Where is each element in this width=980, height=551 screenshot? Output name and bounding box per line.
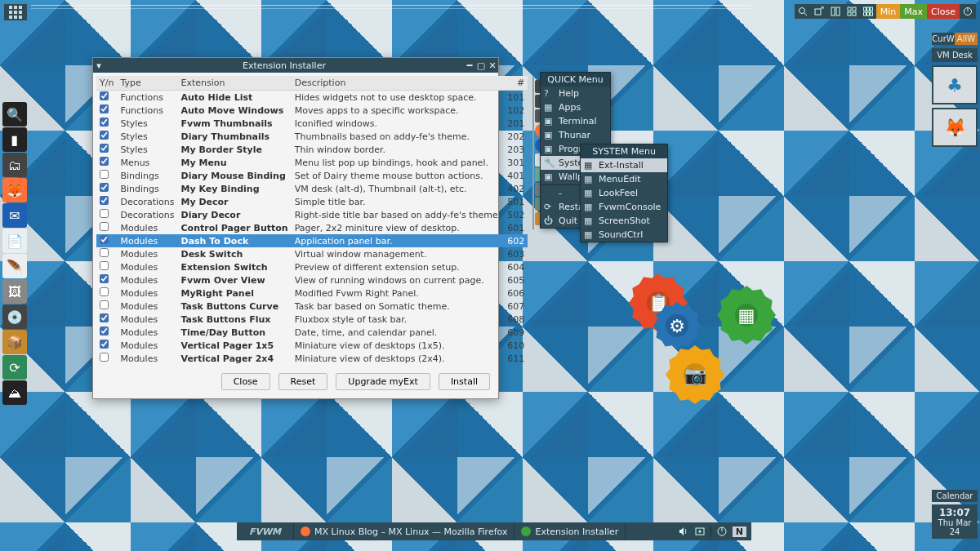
maximize-button[interactable]: Max	[900, 4, 927, 19]
notifications-icon[interactable]	[694, 526, 706, 537]
col-num[interactable]: #	[504, 76, 528, 91]
maximize-icon[interactable]: ▢	[475, 60, 487, 71]
menu-item-soundctrl[interactable]: ▦SoundCtrl	[581, 228, 667, 242]
table-row[interactable]: StylesDiary ThumbnailsThumbnails based o…	[96, 130, 528, 143]
table-row[interactable]: ModulesFvwm Over ViewView of running win…	[96, 273, 528, 287]
table-row[interactable]: FunctionsAuto Move WindowsMoves apps to …	[96, 104, 528, 117]
power-icon[interactable]	[716, 526, 728, 537]
enable-checkbox[interactable]	[100, 222, 109, 231]
pager-cell-1[interactable]: ♣	[932, 65, 978, 104]
table-row[interactable]: StylesMy Border StyleThin window border.…	[96, 143, 528, 156]
table-row[interactable]: BindingsMy Key BindingVM desk (alt-d), T…	[96, 182, 528, 195]
table-row[interactable]: ModulesVertical Pager 1x5Miniature view …	[96, 339, 528, 352]
task-extension-installer[interactable]: Extension Installer	[514, 522, 626, 540]
fvwm-logo[interactable]: FVWM	[237, 522, 294, 540]
enable-checkbox[interactable]	[100, 300, 109, 309]
window-menu-icon[interactable]: ▾	[93, 60, 105, 71]
menu-item-thunar[interactable]: ▣Thunar	[541, 128, 610, 142]
grid-2x2-icon[interactable]	[844, 4, 860, 19]
gear-green-icon[interactable]: ▦	[717, 286, 776, 344]
close-button[interactable]: Close	[221, 373, 270, 390]
file-manager-icon[interactable]: 🗂	[2, 153, 27, 177]
volume-icon[interactable]	[678, 526, 689, 537]
enable-checkbox[interactable]	[100, 274, 109, 283]
enable-checkbox[interactable]	[100, 118, 109, 127]
table-row[interactable]: BindingsDiary Mouse BindingSet of Dairy …	[96, 169, 528, 182]
table-row[interactable]: DecorationsDiary DecorRight-side title b…	[96, 208, 528, 221]
clock-widget[interactable]: 13:07 Thu Mar 24	[932, 504, 978, 539]
power-icon[interactable]	[960, 4, 976, 19]
table-row[interactable]: ModulesVertical Pager 2x4Miniature view …	[96, 352, 528, 365]
move-to-desktop-icon[interactable]	[811, 4, 827, 19]
table-row[interactable]: ModulesDash To DockApplication panel bar…	[96, 234, 528, 247]
enable-checkbox[interactable]	[100, 104, 109, 113]
snapshot-icon[interactable]: 💿	[2, 304, 27, 329]
pager-cell-2[interactable]: 🦊	[932, 108, 978, 147]
reset-button[interactable]: Reset	[278, 373, 328, 390]
table-row[interactable]: MenusMy MenuMenu list pop up bindings, h…	[96, 156, 528, 169]
col-desc[interactable]: Description	[292, 76, 505, 91]
col-ext[interactable]: Extension	[178, 76, 292, 91]
table-row[interactable]: DecorationsMy DecorSimple title bar.501	[96, 195, 528, 208]
enable-checkbox[interactable]	[100, 170, 109, 179]
image-viewer-icon[interactable]: 🖼	[2, 279, 27, 304]
minimize-button[interactable]: Min	[876, 4, 901, 19]
menu-item-menuedit[interactable]: ▦MenuEdit	[581, 172, 667, 186]
enable-checkbox[interactable]	[100, 248, 109, 257]
search-icon[interactable]: 🔍	[2, 102, 27, 127]
tile-vertical-icon[interactable]	[827, 4, 844, 19]
sync-icon[interactable]: ⟳	[2, 355, 27, 380]
table-row[interactable]: ModulesDesk SwitchVirtual window managem…	[96, 247, 528, 260]
enable-checkbox[interactable]	[100, 235, 109, 244]
table-row[interactable]: FunctionsAuto Hide ListHides widgets not…	[96, 91, 528, 104]
enable-checkbox[interactable]	[100, 91, 109, 100]
all-workspaces-tab[interactable]: AllW	[955, 33, 978, 45]
enable-checkbox[interactable]	[100, 261, 109, 270]
terminal-icon[interactable]: ▮	[2, 127, 27, 152]
enable-checkbox[interactable]	[100, 157, 109, 166]
menu-item-lookfeel[interactable]: ▦LookFeel	[581, 186, 667, 200]
table-row[interactable]: ModulesTime/Day ButtonDate, time, and ca…	[96, 326, 528, 339]
table-row[interactable]: ModulesTask Buttons FluxFluxbox style of…	[96, 313, 528, 326]
task-firefox[interactable]: MX Linux Blog – MX Linux — Mozilla Firef…	[294, 522, 514, 540]
col-yn[interactable]: Y/n	[96, 76, 117, 91]
table-row[interactable]: ModulesTask Buttons CurveTask bar based …	[96, 300, 528, 313]
firefox-icon[interactable]: 🦊	[2, 178, 27, 202]
table-row[interactable]: ModulesControl Pager ButtonPager, 2x2 mi…	[96, 221, 528, 234]
enable-checkbox[interactable]	[100, 144, 109, 153]
enable-checkbox[interactable]	[100, 287, 109, 296]
menu-item-terminal[interactable]: ▣Terminal	[541, 114, 610, 128]
table-row[interactable]: ModulesExtension SwitchPreview of differ…	[96, 260, 528, 273]
enable-checkbox[interactable]	[100, 353, 109, 362]
enable-checkbox[interactable]	[100, 327, 109, 335]
writer-icon[interactable]: 📄	[2, 229, 27, 253]
current-workspace-tab[interactable]: CurW	[932, 33, 955, 45]
gear-orange-icon[interactable]: 📷	[666, 345, 724, 404]
enable-checkbox[interactable]	[100, 209, 109, 218]
text-editor-icon[interactable]: 🪶	[2, 254, 27, 278]
package-installer-icon[interactable]: 📦	[2, 330, 27, 354]
menu-item-fvwmconsole[interactable]: ▦FvwmConsole	[581, 200, 667, 214]
install-button[interactable]: Install	[439, 373, 490, 390]
enable-checkbox[interactable]	[100, 340, 109, 349]
enable-checkbox[interactable]	[100, 313, 109, 322]
window-titlebar[interactable]: ▾ Extension Installer ━ ▢ ✕	[93, 58, 498, 73]
close-button[interactable]: Close	[927, 4, 960, 19]
table-row[interactable]: ModulesMyRight PanelModified Fvwm Right …	[96, 287, 528, 300]
enable-checkbox[interactable]	[100, 196, 109, 205]
menu-item-apps[interactable]: ▦Apps	[541, 100, 610, 114]
apps-menu-button[interactable]	[4, 4, 27, 20]
col-type[interactable]: Type	[117, 76, 177, 91]
grid-3x2-icon[interactable]	[860, 4, 876, 19]
thunderbird-icon[interactable]: ✉	[2, 203, 27, 228]
menu-item-screenshot[interactable]: ▦ScreenShot	[581, 214, 667, 228]
menu-item-help[interactable]: ?Help	[541, 87, 610, 100]
upgrade-button[interactable]: Upgrade myExt	[336, 373, 430, 390]
menu-item-ext-install[interactable]: ▦Ext-Install	[581, 158, 667, 172]
tray-indicator[interactable]: N	[733, 527, 746, 537]
enable-checkbox[interactable]	[100, 131, 109, 140]
search-icon[interactable]	[795, 4, 811, 19]
enable-checkbox[interactable]	[100, 183, 109, 192]
table-row[interactable]: StylesFvwm ThumbnailsIconified windows.2…	[96, 117, 528, 130]
close-icon[interactable]: ✕	[487, 60, 498, 71]
